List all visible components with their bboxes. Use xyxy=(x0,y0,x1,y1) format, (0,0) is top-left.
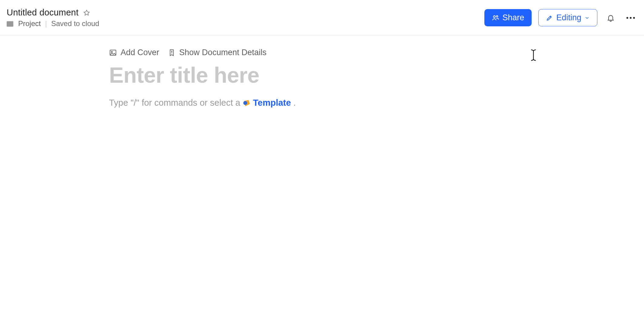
editing-mode-button[interactable]: Editing xyxy=(538,9,597,26)
show-document-details-button[interactable]: Show Document Details xyxy=(168,48,267,57)
template-link[interactable]: Template xyxy=(243,98,291,108)
document-meta-row: Project | Saved to cloud xyxy=(7,19,99,28)
show-document-details-label: Show Document Details xyxy=(179,48,267,57)
share-button[interactable]: Share xyxy=(484,9,532,26)
folder-breadcrumb[interactable]: Project xyxy=(18,19,41,28)
chevron-down-icon xyxy=(584,15,590,21)
more-options-button[interactable] xyxy=(624,11,637,25)
share-button-label: Share xyxy=(502,13,524,22)
pencil-icon xyxy=(546,14,553,22)
favorite-star-button[interactable] xyxy=(83,9,91,17)
svg-point-5 xyxy=(111,51,112,52)
people-icon xyxy=(492,14,499,22)
more-horizontal-icon xyxy=(626,17,635,19)
bookmark-info-icon xyxy=(168,49,176,57)
template-icon xyxy=(243,99,251,107)
slash-hint-suffix: . xyxy=(293,98,296,108)
header-bar: Untitled document Project | Saved to clo… xyxy=(0,0,644,36)
meta-divider: | xyxy=(45,20,47,27)
svg-point-6 xyxy=(171,51,172,51)
document-inner: Add Cover Show Document Details Type "/"… xyxy=(109,48,548,108)
svg-marker-0 xyxy=(84,10,89,15)
header-right: Share Editing xyxy=(484,9,637,26)
slash-hint-prefix: Type "/" for commands or select a xyxy=(109,98,240,108)
text-cursor-icon xyxy=(530,49,537,61)
svg-rect-4 xyxy=(110,50,116,55)
document-title-input[interactable] xyxy=(109,63,548,88)
template-link-label: Template xyxy=(253,98,291,108)
bell-icon xyxy=(606,14,615,22)
document-area: Add Cover Show Document Details Type "/"… xyxy=(0,36,644,108)
folder-icon xyxy=(7,21,13,27)
document-title[interactable]: Untitled document xyxy=(7,8,78,18)
svg-point-2 xyxy=(496,15,498,17)
svg-point-1 xyxy=(493,15,495,17)
slash-command-hint: Type "/" for commands or select a Templa… xyxy=(109,98,548,108)
add-cover-label: Add Cover xyxy=(121,48,159,57)
image-icon xyxy=(109,49,117,57)
text-caret-cursor xyxy=(530,49,537,61)
title-row: Untitled document xyxy=(7,8,99,18)
document-quick-actions: Add Cover Show Document Details xyxy=(109,48,548,57)
editing-mode-label: Editing xyxy=(556,13,581,22)
header-left: Untitled document Project | Saved to clo… xyxy=(7,8,99,28)
star-icon xyxy=(83,9,90,16)
notifications-button[interactable] xyxy=(604,11,617,25)
save-status-text: Saved to cloud xyxy=(51,19,99,28)
add-cover-button[interactable]: Add Cover xyxy=(109,48,159,57)
svg-point-9 xyxy=(243,101,247,105)
